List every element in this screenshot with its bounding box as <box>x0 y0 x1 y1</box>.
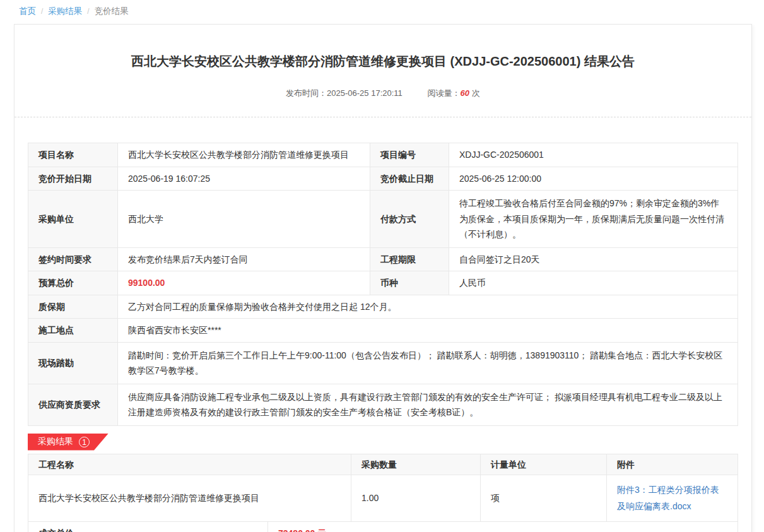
info-value: 西北大学长安校区公共教学楼部分消防管道维修更换项目 <box>118 143 370 167</box>
table-row: 签约时间要求 发布竞价结果后7天内签订合同 工程期限 自合同签订之日20天 <box>28 247 738 271</box>
table-row: 供应商资质要求 供应商应具备消防设施工程专业承包二级及以上资质，具有建设行政主管… <box>28 384 738 425</box>
announcement-card: 西北大学长安校区公共教学楼部分消防管道维修更换项目 (XDJJ-GC-20250… <box>14 24 752 532</box>
info-value: 西北大学 <box>118 191 370 248</box>
view-count: 阅读量：60次 <box>427 88 479 98</box>
announcement-header: 西北大学长安校区公共教学楼部分消防管道维修更换项目 (XDJJ-GC-20250… <box>15 25 751 117</box>
column-header-project-name: 工程名称 <box>28 454 351 475</box>
table-row: 项目名称 西北大学长安校区公共教学楼部分消防管道维修更换项目 项目编号 XDJJ… <box>28 143 738 167</box>
info-value: 发布竞价结果后7天内签订合同 <box>118 247 370 271</box>
info-label: 币种 <box>370 271 449 295</box>
deal-total-label: 成交总价 <box>28 522 268 532</box>
info-label: 签约时间要求 <box>28 247 118 271</box>
info-label: 供应商资质要求 <box>28 384 118 425</box>
info-value: 陕西省西安市长安区**** <box>118 319 738 343</box>
table-row: 质保期 乙方对合同工程的质量保修期为验收合格并交付使用之日起 12个月。 <box>28 295 738 319</box>
info-value: 待工程竣工验收合格后付至合同金额的97%；剩余审定金额的3%作为质保金，本项目质… <box>449 191 738 248</box>
breadcrumb-separator: / <box>41 7 43 16</box>
result-unit: 项 <box>481 475 607 521</box>
info-label: 竞价截止日期 <box>370 167 449 191</box>
info-value: 2025-06-25 12:00:00 <box>449 167 738 191</box>
page-title: 西北大学长安校区公共教学楼部分消防管道维修更换项目 (XDJJ-GC-20250… <box>40 52 726 70</box>
breadcrumb-home-link[interactable]: 首页 <box>19 6 36 17</box>
procurement-result-badge-label: 采购结果 <box>38 436 73 447</box>
breadcrumb-procurement-results-link[interactable]: 采购结果 <box>48 6 82 17</box>
info-value: 自合同签订之日20天 <box>449 247 738 271</box>
procurement-result-badge: 采购结果 1 <box>28 434 109 451</box>
announcement-body: 项目名称 西北大学长安校区公共教学楼部分消防管道维修更换项目 项目编号 XDJJ… <box>15 117 751 532</box>
column-header-attachment: 附件 <box>607 454 738 475</box>
result-table: 工程名称 采购数量 计量单位 附件 西北大学长安校区公共教学楼部分消防管道维修更… <box>28 454 738 523</box>
deal-total-price: 73480.00 元 <box>268 522 738 532</box>
publish-time: 发布时间：2025-06-25 17:20:11 <box>286 88 403 98</box>
info-label: 项目名称 <box>28 143 118 167</box>
result-quantity: 1.00 <box>351 475 481 521</box>
breadcrumb-separator: / <box>87 7 89 16</box>
result-project-name: 西北大学长安校区公共教学楼部分消防管道维修更换项目 <box>28 475 351 521</box>
info-label: 项目编号 <box>370 143 449 167</box>
budget-total-price: 99100.00 <box>118 271 370 295</box>
table-header-row: 工程名称 采购数量 计量单位 附件 <box>28 454 738 475</box>
info-label: 现场踏勘 <box>28 342 118 384</box>
info-value: 乙方对合同工程的质量保修期为验收合格并交付使用之日起 12个月。 <box>118 295 738 319</box>
project-info-table: 项目名称 西北大学长安校区公共教学楼部分消防管道维修更换项目 项目编号 XDJJ… <box>28 143 738 426</box>
breadcrumb-current: 竞价结果 <box>95 6 129 17</box>
table-row: 西北大学长安校区公共教学楼部分消防管道维修更换项目 1.00 项 附件3：工程类… <box>28 475 738 521</box>
info-value: 2025-06-19 16:07:25 <box>118 167 370 191</box>
column-header-unit: 计量单位 <box>481 454 607 475</box>
table-row: 竞价开始日期 2025-06-19 16:07:25 竞价截止日期 2025-0… <box>28 167 738 191</box>
info-label: 质保期 <box>28 295 118 319</box>
procurement-result-count-badge: 1 <box>79 437 90 447</box>
table-row: 采购单位 西北大学 付款方式 待工程竣工验收合格后付至合同金额的97%；剩余审定… <box>28 191 738 248</box>
table-row: 施工地点 陕西省西安市长安区**** <box>28 319 738 343</box>
table-row: 预算总价 99100.00 币种 人民币 <box>28 271 738 295</box>
info-label: 采购单位 <box>28 191 118 248</box>
info-label: 施工地点 <box>28 319 118 343</box>
breadcrumb: 首页 / 采购结果 / 竞价结果 <box>0 0 764 22</box>
info-value: 踏勘时间：竞价开启后第三个工作日上午上午9:00-11:00（包含公告发布日）；… <box>118 342 738 384</box>
view-count-number: 60 <box>460 88 469 98</box>
info-label: 付款方式 <box>370 191 449 248</box>
info-value: 人民币 <box>449 271 738 295</box>
attachment-link[interactable]: 附件3：工程类分项报价表及响应偏离表.docx <box>617 485 719 512</box>
info-label: 预算总价 <box>28 271 118 295</box>
column-header-quantity: 采购数量 <box>351 454 481 475</box>
info-value: 供应商应具备消防设施工程专业承包二级及以上资质，具有建设行政主管部门颁发的有效的… <box>118 384 738 425</box>
info-label: 竞价开始日期 <box>28 167 118 191</box>
table-row: 成交总价 73480.00 元 <box>28 522 738 532</box>
info-label: 工程期限 <box>370 247 449 271</box>
publish-meta: 发布时间：2025-06-25 17:20:11 阅读量：60次 <box>40 88 726 117</box>
info-value: XDJJ-GC-202506001 <box>449 143 738 167</box>
result-summary-table: 成交总价 73480.00 元 成交供应商 陕西华川建设工程有限公司 <box>28 521 738 532</box>
table-row: 现场踏勘 踏勘时间：竞价开启后第三个工作日上午上午9:00-11:00（包含公告… <box>28 342 738 384</box>
